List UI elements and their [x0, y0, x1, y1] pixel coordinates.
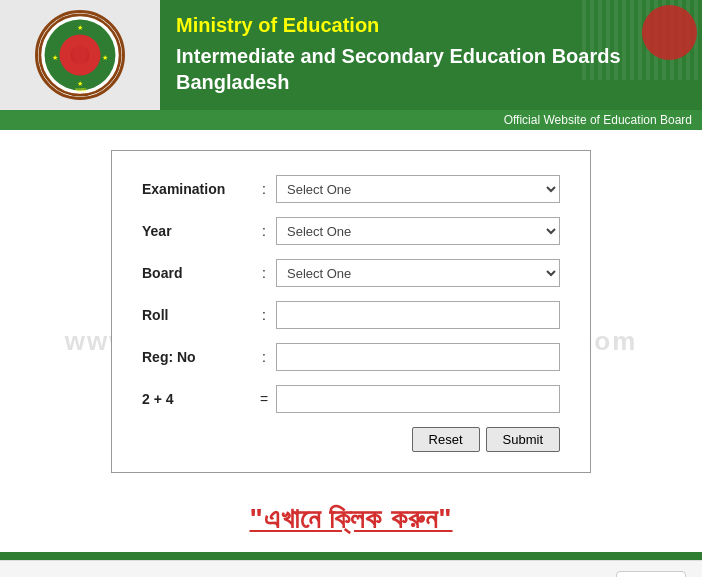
reg-input[interactable]	[276, 343, 560, 371]
submit-button[interactable]: Submit	[486, 427, 560, 452]
reset-button[interactable]: Reset	[412, 427, 480, 452]
click-link[interactable]: "এখানে ক্লিক করুন"	[249, 503, 452, 534]
official-bar: Official Website of Education Board	[0, 110, 702, 130]
captcha-input[interactable]	[276, 385, 560, 413]
button-row: Reset Submit	[142, 427, 560, 452]
teletalk-logo: টেলিটক Teletalk	[616, 571, 686, 577]
footer: ©2005-2024 Ministry of Education, All ri…	[0, 560, 702, 577]
year-row: Year : Select One	[142, 217, 560, 245]
captcha-row: 2 + 4 =	[142, 385, 560, 413]
year-select[interactable]: Select One	[276, 217, 560, 245]
captcha-label: 2 + 4	[142, 391, 252, 407]
examination-select[interactable]: Select One	[276, 175, 560, 203]
form-box: Examination : Select One Year : Select O…	[111, 150, 591, 473]
year-colon: :	[252, 223, 276, 239]
logo-circle: ★ ★ ★ ★ সরকার	[35, 10, 125, 100]
svg-text:★: ★	[77, 23, 83, 32]
click-link-area: "এখানে ক্লিক করুন"	[249, 493, 452, 552]
board-label: Board	[142, 265, 252, 281]
roll-row: Roll :	[142, 301, 560, 329]
board-row: Board : Select One	[142, 259, 560, 287]
year-label: Year	[142, 223, 252, 239]
header: ★ ★ ★ ★ সরকার Ministry of Education Inte…	[0, 0, 702, 110]
reg-row: Reg: No :	[142, 343, 560, 371]
teletalk-svg: টেলিটক Teletalk	[619, 573, 684, 577]
svg-rect-10	[619, 573, 684, 577]
logo-area: ★ ★ ★ ★ সরকার	[0, 0, 160, 110]
examination-colon: :	[252, 181, 276, 197]
green-stripe	[0, 552, 702, 560]
examination-label: Examination	[142, 181, 252, 197]
captcha-equals: =	[252, 391, 276, 407]
roll-colon: :	[252, 307, 276, 323]
board-colon: :	[252, 265, 276, 281]
examination-row: Examination : Select One	[142, 175, 560, 203]
roll-label: Roll	[142, 307, 252, 323]
board-select[interactable]: Select One	[276, 259, 560, 287]
main-content: www.otgnews.com — www.otgnews.com Examin…	[0, 130, 702, 552]
svg-text:★: ★	[52, 53, 58, 62]
reg-colon: :	[252, 349, 276, 365]
footer-logo: Powered by টেলিটক Teletalk	[547, 571, 686, 577]
logo-svg: ★ ★ ★ ★ সরকার	[38, 10, 122, 100]
svg-text:★: ★	[102, 53, 108, 62]
official-site-text: Official Website of Education Board	[504, 113, 692, 127]
svg-point-8	[73, 46, 88, 65]
svg-text:সরকার: সরকার	[75, 87, 87, 93]
reg-label: Reg: No	[142, 349, 252, 365]
header-content: Ministry of Education Intermediate and S…	[160, 0, 702, 110]
red-circle-decoration	[642, 5, 697, 60]
roll-input[interactable]	[276, 301, 560, 329]
